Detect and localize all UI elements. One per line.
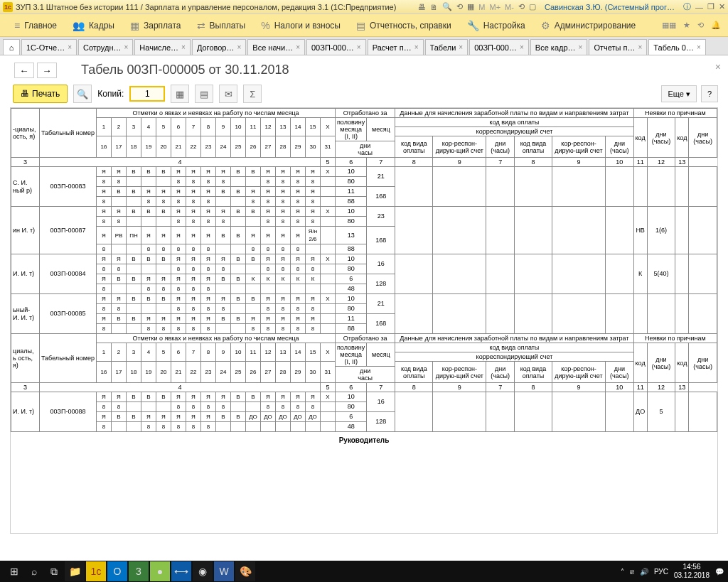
preview-button[interactable]: 🔍 <box>73 85 92 103</box>
tab-item[interactable]: Начисле…× <box>134 39 191 55</box>
tool-btn-1[interactable]: ▦ <box>171 85 189 103</box>
window-titlebar: 1c ЗУП 3.1 Штатное без истории 111 / Зар… <box>0 0 728 14</box>
paint-icon[interactable]: 🎨 <box>235 561 255 581</box>
back-icon[interactable]: ⟲ <box>518 2 525 11</box>
content-area: ← → × Табель 00ЗП-000005 от 30.11.2018 🖶… <box>0 55 728 567</box>
document-title: Табель 00ЗП-000005 от 30.11.2018 <box>81 63 718 77</box>
menu-nalogi[interactable]: %Налоги и взносы <box>254 17 348 34</box>
tab-item[interactable]: Расчет п…× <box>368 39 424 55</box>
more-button[interactable]: Еще ▾ <box>661 85 696 102</box>
menu-otchet[interactable]: ▤Отчетность, справки <box>349 17 459 34</box>
mminus-icon[interactable]: M- <box>505 3 514 11</box>
titlebar-controls: 🖶 🗎 🔍 ⟲ ▦ M M+ M- ⟲ ▢ Савинская З.Ю. (Си… <box>418 1 725 12</box>
percent-icon: % <box>261 20 269 31</box>
doc-icon: ▤ <box>356 20 365 31</box>
document-scroll-area[interactable]: -циалы, ость, я)Табельный номерОтметки о… <box>10 107 718 534</box>
chrome-icon[interactable]: ◉ <box>193 561 213 581</box>
tab-item[interactable]: Все кадр…× <box>530 39 588 55</box>
menu-zarplata[interactable]: ▦Зарплата <box>123 17 188 34</box>
minimize-icon[interactable]: — <box>695 3 703 11</box>
tab-item[interactable]: 00ЗП-000…× <box>469 39 529 55</box>
tab-close-icon[interactable]: × <box>697 43 701 51</box>
tab-close-icon[interactable]: × <box>579 43 583 51</box>
forward-button[interactable]: → <box>37 63 57 78</box>
tray-sound-icon[interactable]: 🔊 <box>640 568 648 576</box>
tab-close-icon[interactable]: × <box>638 43 642 51</box>
word-icon[interactable]: W <box>214 561 234 581</box>
window-title: ЗУП 3.1 Штатное без истории 111 / Зарпла… <box>16 3 396 11</box>
menu-vyplaty[interactable]: ⇄Выплаты <box>190 17 253 34</box>
outlook-icon[interactable]: O <box>107 561 127 581</box>
info-icon[interactable]: ⓘ <box>683 1 691 12</box>
m-icon[interactable]: M <box>478 3 485 11</box>
calc-icon[interactable]: ▦ <box>467 2 474 11</box>
menu-icon: ≡ <box>14 20 20 31</box>
history-icon[interactable]: ⟲ <box>697 21 704 30</box>
copies-input[interactable] <box>129 86 165 102</box>
app-icon-lime[interactable]: ● <box>150 561 170 581</box>
box-icon[interactable]: ▢ <box>529 2 536 11</box>
bell-icon[interactable]: 🔔 <box>711 21 721 30</box>
close-form-icon[interactable]: × <box>715 61 721 72</box>
mplus-icon[interactable]: M+ <box>489 3 500 11</box>
menu-right-icons: ▦▦ ★ ⟲ 🔔 <box>662 21 721 30</box>
tab-close-icon[interactable]: × <box>124 43 129 51</box>
tab-item[interactable]: Все начи…× <box>247 39 305 55</box>
menu-kadry[interactable]: 👥Кадры <box>65 17 122 34</box>
tab-item[interactable]: Договор…× <box>192 39 246 55</box>
tab-close-icon[interactable]: × <box>237 43 241 51</box>
tab-item[interactable]: Табели× <box>425 39 469 55</box>
tab-close-icon[interactable]: × <box>357 43 361 51</box>
print-button[interactable]: 🖶 Печать <box>13 85 68 103</box>
tab-close-icon[interactable]: × <box>296 43 300 51</box>
main-menu: ≡Главное 👥Кадры ▦Зарплата ⇄Выплаты %Нало… <box>0 14 728 37</box>
menu-main[interactable]: ≡Главное <box>7 17 64 34</box>
timesheet-table: -циалы, ость, я)Табельный номерОтметки о… <box>11 108 717 432</box>
windows-taskbar: ⊞ ⌕ ⧉ 📁 1c O 3 ● ⟷ ◉ W 🎨 ˄ ⎚ 🔊 РУС 14:56… <box>0 561 728 582</box>
teamviewer-icon[interactable]: ⟷ <box>171 561 191 581</box>
search-icon[interactable]: ⌕ <box>24 561 44 581</box>
tab-close-icon[interactable]: × <box>520 43 524 51</box>
1c-icon[interactable]: 1c <box>86 561 106 581</box>
explorer-icon[interactable]: 📁 <box>65 561 85 581</box>
tab-close-icon[interactable]: × <box>459 43 463 51</box>
close-icon[interactable]: ✕ <box>719 2 725 11</box>
app-icon: 1c <box>3 2 13 12</box>
tray-clock[interactable]: 14:56 03.12.2018 <box>674 563 710 580</box>
copies-label: Копий: <box>97 89 124 99</box>
tab-item[interactable]: Сотрудн…× <box>78 39 133 55</box>
tab-close-icon[interactable]: × <box>181 43 186 51</box>
app-icon-green[interactable]: 3 <box>129 561 149 581</box>
tab-close-icon[interactable]: × <box>68 43 72 51</box>
tab-item-active[interactable]: Табель 0…× <box>648 39 705 55</box>
save-icon[interactable]: 🗎 <box>430 3 438 11</box>
tray-up-icon[interactable]: ˄ <box>621 568 624 576</box>
apps-icon[interactable]: ▦▦ <box>662 21 676 30</box>
nav-icon[interactable]: ⟲ <box>456 2 463 11</box>
toolbar: 🖶 Печать 🔍 Копий: ▦ ▤ ✉ Σ Еще ▾ ? <box>10 85 718 103</box>
back-button[interactable]: ← <box>14 63 34 78</box>
tab-close-icon[interactable]: × <box>414 43 419 51</box>
tab-item[interactable]: 00ЗП-000…× <box>306 39 366 55</box>
help-button[interactable]: ? <box>701 85 718 102</box>
user-label[interactable]: Савинская З.Ю. (Системный прог… <box>545 3 675 11</box>
maximize-icon[interactable]: ❐ <box>707 2 714 11</box>
tool-btn-3[interactable]: ✉ <box>219 85 237 103</box>
tab-item[interactable]: 1С-Отче…× <box>21 39 77 55</box>
view-icon[interactable]: 🔍 <box>442 2 452 11</box>
gear-icon: ⚙ <box>541 20 550 31</box>
tray-display-icon[interactable]: ⎚ <box>630 568 634 576</box>
tab-item[interactable]: Отчеты п…× <box>589 39 647 55</box>
tray-lang[interactable]: РУС <box>654 568 668 576</box>
tab-home[interactable]: ⌂ <box>3 39 20 55</box>
start-button[interactable]: ⊞ <box>4 561 24 581</box>
tool-btn-2[interactable]: ▤ <box>195 85 213 103</box>
tray-notif-icon[interactable]: 💬 <box>715 568 724 576</box>
tool-btn-sum[interactable]: Σ <box>243 85 262 103</box>
star-icon[interactable]: ★ <box>683 21 690 30</box>
taskview-icon[interactable]: ⧉ <box>44 561 64 581</box>
footer-label: Руководитель <box>11 432 717 448</box>
print-icon[interactable]: 🖶 <box>418 3 426 11</box>
menu-admin[interactable]: ⚙Администрирование <box>534 17 643 34</box>
menu-nastroika[interactable]: 🔧Настройка <box>460 17 532 34</box>
